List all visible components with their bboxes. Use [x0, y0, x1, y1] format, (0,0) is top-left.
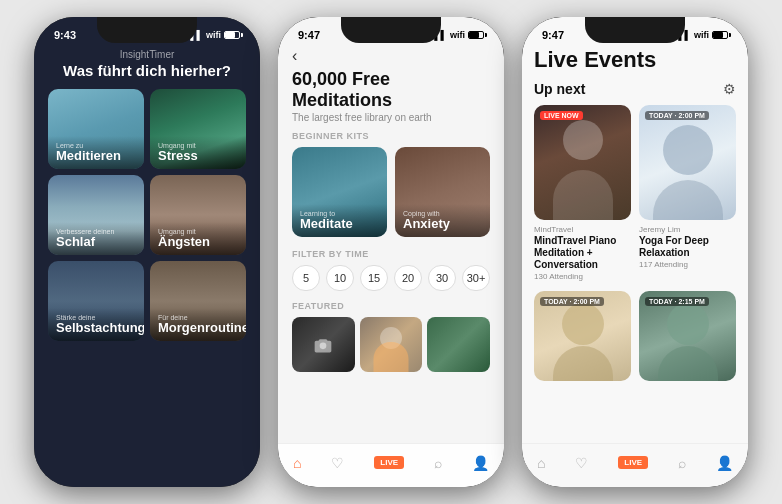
event-info-1: MindTravel MindTravel Piano Meditation +…	[534, 220, 631, 281]
time-filters: 5 10 15 20 30 30+	[292, 265, 490, 291]
search-icon-3: ⌕	[678, 456, 686, 470]
phone-1: 9:43 ▌▌▌ wifi InsightTimer Was führt dic…	[34, 17, 260, 487]
card-overlay-schlaf: Verbessere deinen Schlaf	[48, 222, 144, 255]
featured-thumb-2[interactable]	[360, 317, 423, 372]
live-icon: LIVE	[374, 456, 404, 469]
phone-3: 9:47 ▌▌▌ wifi Live Events Up next ⚙ LIVE	[522, 17, 748, 487]
wifi-icon: wifi	[206, 30, 221, 40]
card-main-meditieren: Meditieren	[56, 149, 136, 163]
phone-2: 9:47 ▌▌▌ wifi ‹ 60,000 Free Meditations …	[278, 17, 504, 487]
status-time-2: 9:47	[298, 29, 320, 41]
up-next-row: Up next ⚙	[534, 81, 736, 97]
battery-icon	[224, 31, 240, 39]
card-main-morgen: Morgenroutine	[158, 321, 238, 335]
card-main-schlaf: Schlaf	[56, 235, 136, 249]
nav-live-3[interactable]: LIVE	[618, 456, 648, 469]
nav-live-2[interactable]: LIVE	[374, 456, 404, 469]
time-badge-2: TODAY · 2:00 PM	[645, 111, 709, 120]
event-2-wrapper: TODAY · 2:00 PM Jeremy Lim Yoga For Deep…	[639, 105, 736, 281]
featured-label: FEATURED	[292, 301, 490, 311]
nav-profile-3[interactable]: 👤	[716, 456, 733, 470]
time-filter-30plus[interactable]: 30+	[462, 265, 490, 291]
event-card-4[interactable]: TODAY · 2:15 PM	[639, 291, 736, 381]
card-stress[interactable]: Umgang mit Stress	[150, 89, 246, 169]
time-badge-4: TODAY · 2:15 PM	[645, 297, 709, 306]
featured-grid	[292, 317, 490, 372]
home-icon: ⌂	[293, 456, 301, 470]
nav-home-3[interactable]: ⌂	[537, 456, 545, 470]
phone1-content: InsightTimer Was führt dich hierher? Ler…	[34, 45, 260, 351]
bottom-nav-3: ⌂ ♡ LIVE ⌕ 👤	[522, 443, 748, 487]
nav-search-3[interactable]: ⌕	[678, 456, 686, 470]
card-anxiety[interactable]: Coping with Anxiety	[395, 147, 490, 237]
featured-thumb-1[interactable]	[292, 317, 355, 372]
card-angsten[interactable]: Umgang mit Ängsten	[150, 175, 246, 255]
heart-icon-3: ♡	[575, 456, 588, 470]
event-4-wrapper: TODAY · 2:15 PM	[639, 291, 736, 381]
live-icon-3: LIVE	[618, 456, 648, 469]
card-learn-meditate[interactable]: Learning to Meditate	[292, 147, 387, 237]
nav-search-2[interactable]: ⌕	[434, 456, 442, 470]
card-overlay-learn: Learning to Meditate	[292, 204, 387, 237]
card-overlay-meditieren: Lerne zu Meditieren	[48, 136, 144, 169]
back-button[interactable]: ‹	[292, 47, 490, 65]
phone2-subtitle: The largest free library on earth	[292, 112, 490, 123]
card-overlay-stress: Umgang mit Stress	[150, 136, 246, 169]
nav-favorites-2[interactable]: ♡	[331, 456, 344, 470]
time-filter-5[interactable]: 5	[292, 265, 320, 291]
event-1-wrapper: LIVE NOW MindTravel MindTravel Piano Med…	[534, 105, 631, 281]
card-main-angsten: Ängsten	[158, 235, 238, 249]
event-creator-1: MindTravel	[534, 225, 631, 234]
time-filter-15[interactable]: 15	[360, 265, 388, 291]
phone3-content: Live Events Up next ⚙ LIVE NOW MindTrave…	[522, 45, 748, 381]
card-schlaf[interactable]: Verbessere deinen Schlaf	[48, 175, 144, 255]
status-time-3: 9:47	[542, 29, 564, 41]
card-overlay-morgen: Für deine Morgenroutine	[150, 308, 246, 341]
card-main-selbst: Selbstachtung	[56, 321, 136, 335]
time-filter-10[interactable]: 10	[326, 265, 354, 291]
beginner-cards: Learning to Meditate Coping with Anxiety	[292, 147, 490, 237]
event-card-2[interactable]: TODAY · 2:00 PM	[639, 105, 736, 220]
person-body-1	[553, 170, 613, 220]
event-3-wrapper: TODAY · 2:00 PM	[534, 291, 631, 381]
wifi-icon-3: wifi	[694, 30, 709, 40]
phone2-content: ‹ 60,000 Free Meditations The largest fr…	[278, 45, 504, 372]
time-badge-3: TODAY · 2:00 PM	[540, 297, 604, 306]
phone3-title: Live Events	[534, 47, 736, 73]
phone2-title: 60,000 Free Meditations	[292, 69, 490, 111]
event-title-2: Yoga For Deep Relaxation	[639, 235, 736, 259]
event-creator-2: Jeremy Lim	[639, 225, 736, 234]
event-card-1[interactable]: LIVE NOW	[534, 105, 631, 220]
nav-home-2[interactable]: ⌂	[293, 456, 301, 470]
notch-2	[341, 17, 441, 43]
notch-1	[97, 17, 197, 43]
person-head-1	[563, 120, 603, 160]
card-main-anxiety: Anxiety	[403, 217, 482, 231]
profile-icon-nav: 👤	[472, 456, 489, 470]
card-meditieren[interactable]: Lerne zu Meditieren	[48, 89, 144, 169]
event-info-2: Jeremy Lim Yoga For Deep Relaxation 117 …	[639, 220, 736, 269]
filter-icon[interactable]: ⚙	[723, 81, 736, 97]
card-selbst[interactable]: Stärke deine Selbstachtung	[48, 261, 144, 341]
heart-icon: ♡	[331, 456, 344, 470]
filter-label: FILTER BY TIME	[292, 249, 490, 259]
time-filter-20[interactable]: 20	[394, 265, 422, 291]
up-next-label: Up next	[534, 81, 585, 97]
nav-favorites-3[interactable]: ♡	[575, 456, 588, 470]
battery-icon-2	[468, 31, 484, 39]
event-cards-row1: LIVE NOW MindTravel MindTravel Piano Med…	[534, 105, 736, 281]
event-card-3[interactable]: TODAY · 2:00 PM	[534, 291, 631, 381]
beginner-section-label: BEGINNER KITS	[292, 131, 490, 141]
nav-profile-2[interactable]: 👤	[472, 456, 489, 470]
card-morgen[interactable]: Für deine Morgenroutine	[150, 261, 246, 341]
card-main-learn: Meditate	[300, 217, 379, 231]
wifi-icon-2: wifi	[450, 30, 465, 40]
phone1-grid: Lerne zu Meditieren Umgang mit Stress Ve…	[48, 89, 246, 341]
card-overlay-angsten: Umgang mit Ängsten	[150, 222, 246, 255]
featured-thumb-3[interactable]	[427, 317, 490, 372]
time-filter-30[interactable]: 30	[428, 265, 456, 291]
card-main-stress: Stress	[158, 149, 238, 163]
live-badge-1: LIVE NOW	[540, 111, 583, 120]
notch-3	[585, 17, 685, 43]
event-cards-row2: TODAY · 2:00 PM TODAY · 2:15 PM	[534, 291, 736, 381]
